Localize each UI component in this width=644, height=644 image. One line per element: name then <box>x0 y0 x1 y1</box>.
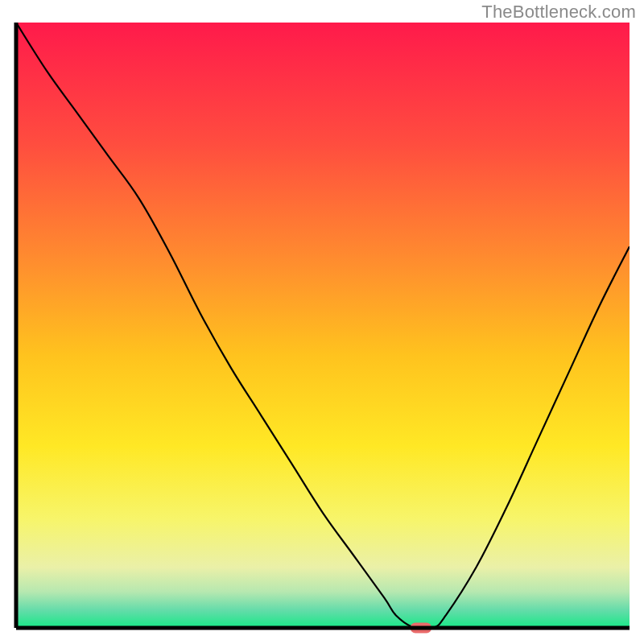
gradient-background <box>16 23 630 628</box>
watermark-text: TheBottleneck.com <box>481 2 636 23</box>
chart-container: TheBottleneck.com <box>0 0 644 644</box>
bottleneck-chart <box>0 0 644 644</box>
